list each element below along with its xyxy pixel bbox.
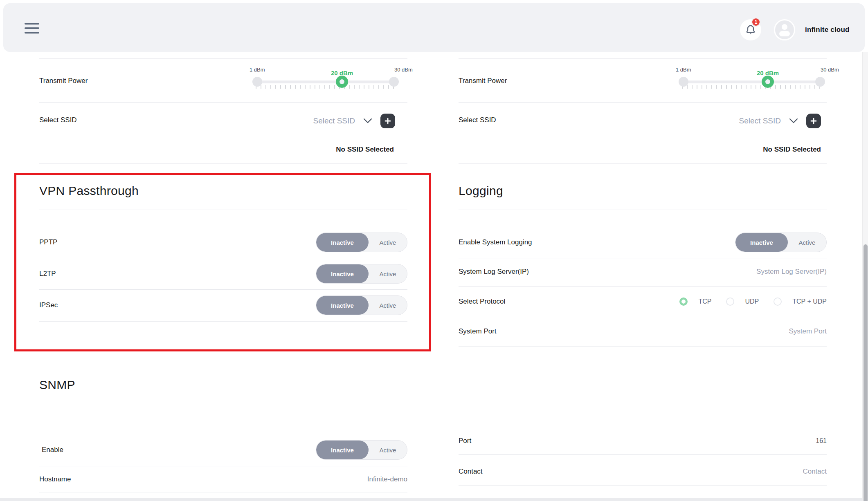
toggle-inactive-option[interactable]: Inactive — [316, 264, 369, 283]
slider-thumb[interactable] — [762, 76, 774, 88]
pptp-label: PPTP — [39, 238, 57, 246]
l2tp-toggle[interactable]: Inactive Active — [316, 264, 407, 284]
ssid-dropdown-right: Select SSID — [459, 114, 821, 128]
transmit-power-label-right: Transmit Power — [459, 77, 507, 85]
page-bottom-margin — [0, 498, 868, 501]
l2tp-label: L2TP — [39, 270, 56, 278]
slider-thumb[interactable] — [336, 76, 348, 88]
slider-min-handle[interactable] — [252, 77, 262, 87]
divider — [459, 58, 827, 59]
divider — [39, 58, 407, 59]
no-ssid-text-right: No SSID Selected — [459, 145, 821, 154]
contact-input[interactable]: Contact — [459, 467, 827, 476]
protocol-radio-group: TCP UDP TCP + UDP — [459, 297, 827, 306]
scrollbar-thumb[interactable] — [864, 244, 868, 501]
divider — [39, 102, 407, 103]
radio-option-tcp[interactable]: TCP — [679, 297, 711, 306]
add-ssid-button[interactable] — [806, 114, 821, 128]
menu-icon[interactable] — [25, 23, 39, 34]
radio-option-udp[interactable]: UDP — [726, 297, 759, 306]
plus-icon — [385, 118, 391, 124]
slider-min-label: 1 dBm — [676, 67, 691, 73]
ssid-dropdown-value[interactable]: Select SSID — [739, 116, 781, 125]
snmp-section-title: SNMP — [39, 378, 75, 392]
toggle-active-option[interactable]: Active — [369, 441, 407, 459]
toggle-active-option[interactable]: Active — [788, 233, 826, 252]
ipsec-toggle[interactable]: Inactive Active — [316, 295, 407, 315]
logging-section-title: Logging — [459, 184, 503, 198]
divider — [39, 467, 407, 467]
divider — [39, 289, 407, 290]
transmit-power-slider[interactable] — [681, 81, 822, 83]
divider — [459, 102, 827, 103]
slider-ticks — [682, 85, 822, 89]
divider — [39, 404, 827, 404]
notifications-button[interactable]: 1 — [740, 19, 761, 40]
person-icon — [782, 24, 787, 30]
divider — [459, 485, 827, 486]
slider-max-label: 30 dBm — [394, 67, 413, 73]
slider-min-label: 1 dBm — [250, 67, 265, 73]
slider-max-handle[interactable] — [389, 77, 399, 87]
chevron-down-icon[interactable] — [789, 118, 798, 124]
divider — [39, 163, 407, 164]
snmp-enable-toggle[interactable]: Inactive Active — [316, 440, 407, 460]
divider — [39, 321, 407, 322]
enable-system-logging-label: Enable System Logging — [459, 238, 532, 246]
radio-unselected-icon[interactable] — [774, 297, 782, 306]
avatar[interactable] — [774, 19, 795, 40]
ssid-dropdown-value[interactable]: Select SSID — [313, 116, 355, 125]
app-header: 1 infinite cloud — [3, 3, 865, 52]
toggle-inactive-option[interactable]: Inactive — [316, 233, 369, 252]
vpn-section-title: VPN Passthrough — [39, 184, 139, 198]
syslog-server-input[interactable]: System Log Server(IP) — [459, 268, 827, 276]
radio-selected-icon[interactable] — [679, 297, 688, 306]
page: 1 infinite cloud Transmit Power 1 dBm 20… — [0, 0, 868, 501]
add-ssid-button[interactable] — [380, 114, 395, 128]
notification-badge: 1 — [751, 18, 760, 27]
toggle-active-option[interactable]: Active — [369, 233, 407, 252]
transmit-power-label-left: Transmit Power — [39, 77, 88, 85]
no-ssid-text-left: No SSID Selected — [39, 145, 394, 154]
divider — [459, 286, 827, 287]
chevron-down-icon[interactable] — [363, 118, 372, 124]
ssid-dropdown-left: Select SSID — [39, 114, 395, 128]
divider — [39, 492, 407, 492]
brand-text: infinite cloud — [805, 26, 850, 34]
scrollbar[interactable] — [862, 52, 868, 501]
divider — [459, 317, 827, 317]
ipsec-label: IPSec — [39, 301, 58, 309]
slider-ticks — [256, 85, 396, 89]
toggle-active-option[interactable]: Active — [369, 296, 407, 315]
divider — [39, 210, 407, 210]
divider — [459, 163, 827, 164]
divider — [39, 258, 407, 258]
system-port-input[interactable]: System Port — [459, 327, 827, 335]
plus-icon — [810, 118, 817, 124]
radio-option-tcp-udp[interactable]: TCP + UDP — [774, 297, 827, 306]
divider — [459, 210, 827, 210]
hostname-value[interactable]: Infinite-demo — [39, 475, 407, 483]
transmit-power-slider[interactable] — [254, 81, 396, 83]
radio-unselected-icon[interactable] — [726, 297, 734, 306]
slider-min-handle[interactable] — [679, 77, 688, 87]
slider-max-label: 30 dBm — [821, 67, 839, 73]
divider — [459, 454, 827, 455]
slider-max-handle[interactable] — [815, 77, 825, 87]
divider — [459, 346, 827, 347]
divider — [459, 259, 827, 259]
pptp-toggle[interactable]: Inactive Active — [316, 233, 407, 252]
toggle-inactive-option[interactable]: Inactive — [735, 233, 788, 252]
system-logging-toggle[interactable]: Inactive Active — [735, 233, 827, 252]
toggle-inactive-option[interactable]: Inactive — [316, 441, 369, 459]
toggle-inactive-option[interactable]: Inactive — [316, 296, 369, 315]
toggle-active-option[interactable]: Active — [369, 264, 407, 283]
snmp-port-value[interactable]: 161 — [459, 437, 827, 445]
snmp-enable-label: Enable — [42, 446, 63, 454]
